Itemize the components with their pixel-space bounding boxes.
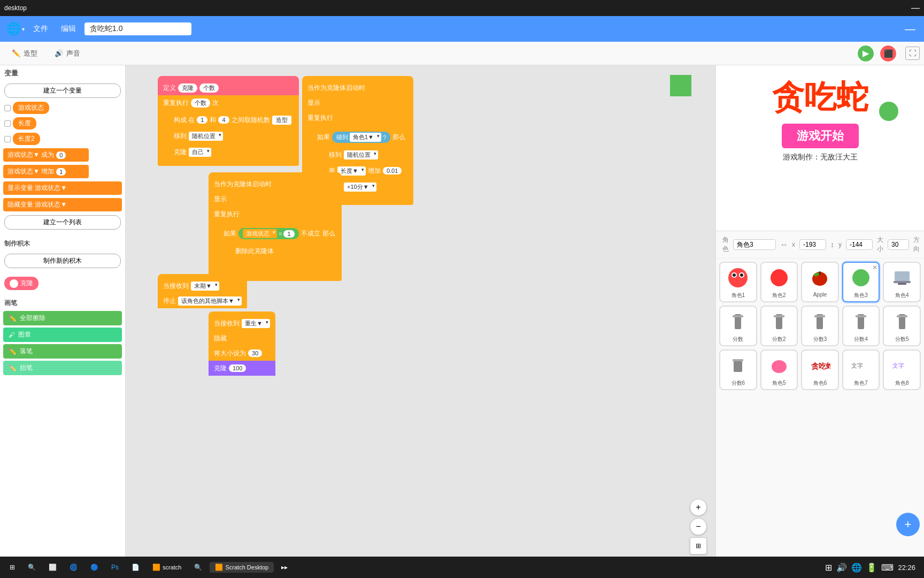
var-pill-gamestate[interactable]: 游戏状态 (13, 102, 49, 114)
add-sprite-button[interactable]: + (896, 513, 920, 536)
zoom-out-button[interactable]: − (690, 518, 707, 535)
sprite-card-角色4[interactable]: 角色4 (883, 262, 921, 302)
svg-point-3 (733, 273, 736, 277)
sprite-card-分数2[interactable]: 分数2 (760, 306, 798, 346)
taskbar-ps[interactable]: Ps (106, 562, 124, 573)
main-columns: 变量 建立一个变量 游戏状态 长度 长度2 游戏状态▼ 成为 0 (0, 65, 924, 563)
sprite-card-角色7[interactable]: 文字 角色7 (842, 349, 880, 390)
var-checkbox-length2[interactable] (4, 136, 11, 142)
sprite-info-row: 角色 ↔ x ↕ y 大小 方向 👁 🚫 (716, 231, 924, 258)
define-block-group[interactable]: 定义 克隆 个数 重复执行 个数 次 构成 在 1 和 (158, 76, 299, 166)
taskbar-search2[interactable]: 🔍 (189, 562, 207, 573)
search-icon: 🔍 (28, 564, 36, 571)
pen-down-button[interactable]: ✏️ 落笔 (3, 344, 122, 359)
tray-battery-icon[interactable]: 🔋 (866, 562, 877, 573)
tray-speaker-icon[interactable]: 🔊 (836, 562, 847, 573)
sprite-card-角色5[interactable]: 角色5 (760, 349, 798, 390)
taskbar-pdf[interactable]: 📄 (126, 562, 145, 573)
sprite-delete-角色3[interactable]: ✕ (872, 264, 877, 271)
set-gamestate-block[interactable]: 游戏状态▼ 成为 0 (3, 148, 89, 162)
right-panel: 贪吃蛇 游戏开始 游戏制作：无敌汪大王 角色 ↔ x ↕ y 大小 方向 (715, 65, 924, 563)
svg-point-0 (728, 268, 748, 287)
stage-dot (879, 102, 898, 121)
make-block-button[interactable]: 制作新的积木 (4, 254, 121, 268)
var-pill-length2[interactable]: 长度2 (13, 133, 40, 145)
play-button[interactable]: ▶ (856, 44, 875, 63)
sprite-name-input[interactable] (733, 239, 776, 250)
sprite-card-分数[interactable]: 分数 (719, 306, 757, 346)
taskbar-search[interactable]: 🔍 (22, 562, 41, 573)
stop-button[interactable]: ⬛ (879, 44, 898, 63)
ext-toggle-button[interactable]: 克隆 (4, 277, 38, 290)
create-list-button[interactable]: 建立一个列表 (4, 215, 121, 230)
size-input[interactable] (888, 239, 909, 250)
taskbar-extra[interactable]: ▸▸ (276, 562, 293, 573)
code-area[interactable]: 定义 克隆 个数 重复执行 个数 次 构成 在 1 和 (126, 65, 715, 563)
zoom-fit-button[interactable]: ⊞ (690, 537, 707, 554)
minimize-button[interactable]: — (903, 21, 918, 37)
tab-sounds[interactable]: 🔊 声音 (47, 45, 88, 62)
taskbar-chrome[interactable]: 🔵 (85, 562, 104, 573)
sprite-card-分数3[interactable]: 分数3 (801, 306, 839, 346)
var-checkbox-gamestate[interactable] (4, 105, 11, 111)
sprite-img-apple (807, 265, 833, 291)
globe-menu[interactable]: 🌐 ▾ (6, 22, 25, 36)
var-pill-length[interactable]: 长度 (13, 117, 36, 130)
tray-grid-icon[interactable]: ⊞ (825, 562, 832, 573)
tray-network-icon[interactable]: 🌐 (851, 562, 862, 573)
sprite-card-apple[interactable]: Apple (801, 262, 839, 302)
sprite-card-角色8[interactable]: 文字 角色8 (883, 349, 921, 390)
sprite-label-角色4: 角色4 (886, 292, 918, 299)
file-menu-button[interactable]: 文件 (29, 22, 52, 36)
sprite-card-分数6[interactable]: 分数6 (719, 349, 757, 390)
sprite-card-角色1[interactable]: 角色1 (719, 262, 757, 302)
sprite-card-角色2[interactable]: 角色2 (760, 262, 798, 302)
rebirth-block-group[interactable]: 当接收到 重生▼ 隐藏 将大小设为 30 克隆 100 (209, 311, 275, 376)
sprite-img-角色5 (766, 353, 792, 378)
left-panel: 变量 建立一个变量 游戏状态 长度 长度2 游戏状态▼ 成为 0 (0, 65, 126, 563)
edit-menu-button[interactable]: 编辑 (57, 22, 80, 36)
taskbar-edge[interactable]: 🌀 (64, 562, 83, 573)
pen-up-button[interactable]: ✏️ 抬笔 (3, 361, 122, 375)
sprite-label-apple: Apple (804, 292, 836, 298)
sprite-img-分数4 (848, 309, 874, 334)
zoom-in-button[interactable]: + (690, 499, 707, 516)
sprite-img-角色3 (848, 265, 874, 291)
brush-icon: ✏️ (12, 49, 20, 57)
x-input[interactable] (799, 239, 826, 250)
sprite-card-角色3[interactable]: ✕ 角色3 (842, 262, 880, 302)
window-close-button[interactable]: — (911, 3, 920, 13)
create-variable-button[interactable]: 建立一个变量 (4, 83, 121, 98)
project-title-input[interactable] (84, 22, 191, 35)
tab-costumes[interactable]: ✏️ 造型 (4, 45, 45, 62)
show-var-block[interactable]: 显示变量 游戏状态▼ (3, 181, 122, 195)
var-row-length: 长度 (0, 116, 125, 131)
svg-rect-22 (897, 315, 907, 317)
stamp-button[interactable]: 🖋 图章 (3, 328, 122, 342)
arrow-icon: ↔ (780, 240, 788, 249)
var-checkbox-length[interactable] (4, 120, 11, 127)
taskbar-start-button[interactable]: ⊞ (4, 562, 20, 573)
clone-start-block-group2[interactable]: 当作为克隆体启动时 显示 重复执行 如果 游戏状态 (209, 172, 342, 281)
pen-clear-button[interactable]: ✏️ 全部擦除 (3, 311, 122, 325)
y-input[interactable] (846, 239, 873, 250)
change-gamestate-block[interactable]: 游戏状态▼ 增加 1 (3, 165, 89, 178)
tabs-row: ✏️ 造型 🔊 声音 ▶ ⬛ ⛶ (0, 42, 924, 65)
hide-var-block[interactable]: 隐藏变量 游戏状态▼ (3, 198, 122, 211)
sprite-label-角色1: 角色1 (722, 292, 754, 299)
sprite-card-分数5[interactable]: 分数5 (883, 306, 921, 346)
taskbar-taskview[interactable]: ⬜ (43, 562, 62, 573)
taskbar: ⊞ 🔍 ⬜ 🌀 🔵 Ps 📄 🟧 scratch 🔍 🟧 Scratch Des… (0, 557, 924, 578)
sprite-label-分数2: 分数2 (764, 336, 795, 343)
var-section-label: 变量 (0, 65, 125, 81)
receive-block-group[interactable]: 当接收到 末期▼ 停止 该角色的其他脚本▼ (158, 274, 247, 308)
taskbar-scratch-desktop[interactable]: 🟧 Scratch Desktop (210, 562, 274, 573)
taskbar-scratch-icon[interactable]: 🟧 scratch (147, 562, 187, 573)
game-start-button[interactable]: 游戏开始 (782, 124, 859, 148)
sprite-label-角色6: 角色6 (804, 379, 836, 387)
tray-keyboard-icon[interactable]: ⌨ (881, 562, 894, 573)
sprite-card-分数4[interactable]: 分数4 (842, 306, 880, 346)
fullscreen-button[interactable]: ⛶ (905, 47, 920, 60)
sprites-grid: 角色1 角色2 Apple (719, 262, 921, 390)
sprite-card-角色6[interactable]: 贪吃蛇 角色6 (801, 349, 839, 390)
